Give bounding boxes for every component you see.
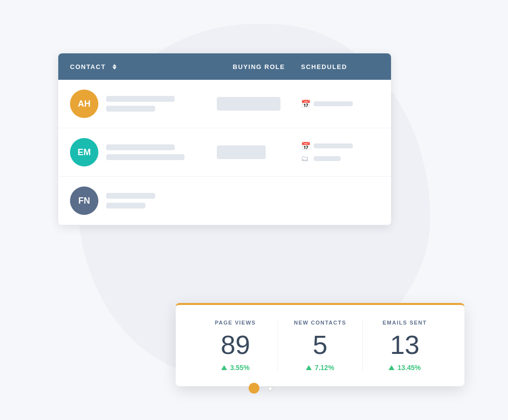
col-scheduled-header: SCHEDULED — [301, 62, 379, 71]
buying-col — [217, 145, 301, 159]
name-bar — [106, 193, 155, 199]
avatar-initials: EM — [78, 147, 91, 158]
avatar: EM — [70, 138, 98, 166]
stat-new-contacts: NEW CONTACTS 5 7.12% — [277, 320, 362, 372]
contact-info-bars — [106, 144, 185, 160]
scheduled-item: 📅 — [301, 99, 379, 108]
contact-col: FN — [70, 187, 217, 215]
scheduled-col: 📅 🗂 — [301, 141, 379, 163]
sort-up-arrow — [113, 64, 116, 67]
scheduled-item-1: 📅 — [301, 141, 379, 150]
table-row[interactable]: AH 📅 — [58, 80, 391, 128]
detail-bar — [106, 154, 185, 160]
emails-sent-label: EMAILS SENT — [383, 320, 427, 326]
up-arrow-icon — [306, 365, 312, 370]
contact-col: AH — [70, 90, 217, 118]
detail-bar — [106, 106, 155, 112]
emails-sent-change: 13.45% — [389, 364, 420, 372]
up-arrow-icon — [389, 365, 394, 370]
buying-role-bar — [217, 97, 280, 111]
detail-bar — [106, 203, 145, 209]
table-row[interactable]: FN — [58, 177, 391, 225]
sort-down-arrow — [113, 67, 116, 70]
new-contacts-percent: 7.12% — [315, 364, 334, 372]
emails-sent-percent: 13.45% — [397, 364, 420, 372]
contact-info-bars — [106, 193, 155, 209]
contact-info-bars — [106, 96, 175, 112]
avatar: FN — [70, 187, 98, 215]
scene: CONTACT BUYING ROLE SCHEDULED AH — [44, 24, 464, 396]
avatar: AH — [70, 90, 98, 118]
page-views-percent: 3.55% — [230, 364, 250, 372]
new-contacts-value: 5 — [313, 331, 327, 358]
stat-emails-sent: EMAILS SENT 13 13.45% — [362, 320, 447, 372]
dot-white-indicator — [268, 386, 273, 391]
sort-arrows-icon[interactable] — [113, 64, 116, 70]
buying-col — [217, 97, 301, 111]
page-views-label: PAGE VIEWS — [215, 320, 256, 326]
table-header: CONTACT BUYING ROLE SCHEDULED — [58, 53, 391, 80]
emails-sent-value: 13 — [390, 331, 419, 358]
stat-page-views: PAGE VIEWS 89 3.55% — [193, 320, 277, 372]
new-contacts-change: 7.12% — [306, 364, 334, 372]
new-contacts-label: NEW CONTACTS — [294, 320, 346, 326]
contact-table-card: CONTACT BUYING ROLE SCHEDULED AH — [58, 53, 391, 225]
scheduled-item-2: 🗂 — [301, 154, 379, 163]
scheduled-col: 📅 — [301, 99, 379, 108]
scheduled-header-label: SCHEDULED — [301, 63, 347, 70]
buying-role-header-label: BUYING ROLE — [233, 63, 285, 70]
col-contact-header[interactable]: CONTACT — [70, 63, 217, 70]
calendar-icon: 📅 — [301, 99, 310, 108]
schedule-bar — [314, 143, 353, 148]
contact-header-label: CONTACT — [70, 63, 106, 70]
page-views-change: 3.55% — [221, 364, 250, 372]
calendar-icon: 📅 — [301, 141, 310, 150]
name-bar — [106, 144, 175, 150]
stats-card: PAGE VIEWS 89 3.55% NEW CONTACTS 5 7.12%… — [176, 303, 464, 386]
contact-col: EM — [70, 138, 217, 166]
page-views-value: 89 — [221, 331, 250, 358]
avatar-initials: AH — [78, 99, 91, 109]
up-arrow-icon — [221, 365, 227, 370]
task-icon: 🗂 — [301, 154, 310, 163]
schedule-bar — [314, 101, 353, 106]
buying-role-bar — [217, 145, 266, 159]
dot-orange-indicator — [249, 383, 259, 394]
avatar-initials: FN — [78, 196, 90, 206]
col-buying-header: BUYING ROLE — [217, 62, 301, 71]
name-bar — [106, 96, 175, 102]
table-row[interactable]: EM 📅 🗂 — [58, 128, 391, 177]
schedule-bar-sm — [314, 156, 341, 161]
